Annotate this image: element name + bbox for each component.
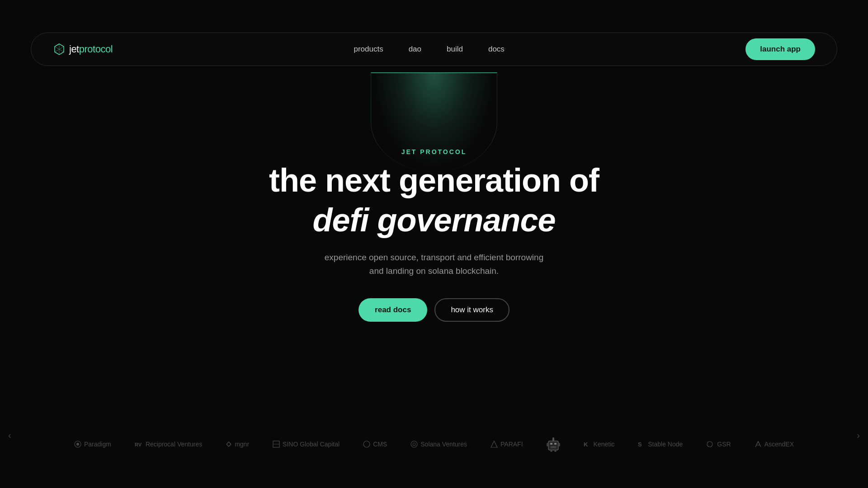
partner-gsr: GSR: [706, 441, 731, 448]
read-docs-button[interactable]: read docs: [359, 298, 427, 322]
partners-section: Paradigm RV Reciprocal Ventures mgnr SIN…: [0, 436, 868, 452]
svg-rect-9: [548, 441, 558, 450]
partner-kenetic: K Kenetic: [584, 441, 615, 448]
partner-solana: Solana Ventures: [410, 441, 467, 448]
svg-marker-8: [491, 441, 497, 447]
logo-text: jetprotocol: [69, 43, 113, 55]
carousel-arrow-left[interactable]: ‹: [8, 430, 11, 441]
logo[interactable]: jetprotocol: [53, 43, 113, 56]
kenetic-icon: K: [584, 441, 591, 448]
svg-rect-12: [551, 446, 556, 448]
partner-mgnr: mgnr: [226, 441, 249, 448]
launch-app-button[interactable]: launch app: [745, 38, 815, 60]
svg-rect-11: [554, 443, 557, 445]
reciprocal-icon: RV: [135, 441, 143, 447]
svg-text:K: K: [584, 441, 588, 448]
hero-title-line1: the next generation of: [269, 163, 599, 198]
logo-text-plain: jet: [69, 43, 79, 55]
svg-point-6: [411, 441, 417, 447]
sino-icon: [273, 441, 280, 448]
hero-content: JET PROTOCOL the next generation of defi…: [269, 148, 599, 321]
nav-dao[interactable]: dao: [409, 45, 421, 54]
ascendex-icon: [755, 441, 762, 448]
logo-text-brand: protocol: [79, 43, 113, 55]
partner-sino: SINO Global Capital: [273, 441, 340, 448]
hero-title-line2: defi governance: [312, 202, 555, 238]
svg-point-14: [552, 437, 554, 439]
svg-point-5: [363, 441, 370, 447]
solana-icon: [410, 441, 418, 448]
svg-rect-18: [554, 450, 557, 452]
partner-parafi: PARAFI: [491, 441, 523, 448]
partner-robot: [547, 436, 560, 452]
navbar: jetprotocol products dao build docs laun…: [31, 33, 837, 66]
gsr-icon: [706, 441, 714, 448]
nav-build[interactable]: build: [447, 45, 463, 54]
svg-rect-16: [558, 443, 560, 446]
partner-stablenode: S Stable Node: [638, 441, 683, 448]
logo-icon: [53, 43, 66, 56]
partner-paradigm: Paradigm: [74, 441, 111, 448]
svg-rect-15: [547, 443, 548, 446]
robot-icon: [547, 436, 560, 452]
hero-section: JET PROTOCOL the next generation of defi…: [0, 0, 868, 488]
partner-cms: CMS: [363, 441, 387, 448]
svg-rect-17: [550, 450, 552, 452]
paradigm-icon: [74, 441, 81, 448]
svg-point-21: [707, 441, 712, 447]
svg-point-1: [76, 443, 79, 446]
mgnr-icon: [226, 441, 232, 447]
svg-text:S: S: [638, 441, 642, 448]
how-it-works-button[interactable]: how it works: [434, 298, 509, 322]
svg-rect-10: [550, 443, 552, 445]
hero-eyebrow: JET PROTOCOL: [401, 148, 467, 155]
cms-icon: [363, 441, 370, 448]
partner-ascendex: AscendEX: [755, 441, 794, 448]
stablenode-icon: S: [638, 441, 645, 448]
nav-docs[interactable]: docs: [488, 45, 505, 54]
nav-links: products dao build docs: [354, 45, 504, 54]
hero-buttons: read docs how it works: [359, 298, 509, 322]
svg-point-7: [413, 443, 415, 446]
parafi-icon: [491, 441, 498, 448]
partner-reciprocal: RV Reciprocal Ventures: [135, 441, 202, 448]
carousel-arrow-right[interactable]: ›: [857, 430, 860, 441]
svg-text:RV: RV: [135, 442, 142, 447]
nav-products[interactable]: products: [354, 45, 383, 54]
hero-subtitle: experience open source, transport and ef…: [316, 251, 552, 278]
